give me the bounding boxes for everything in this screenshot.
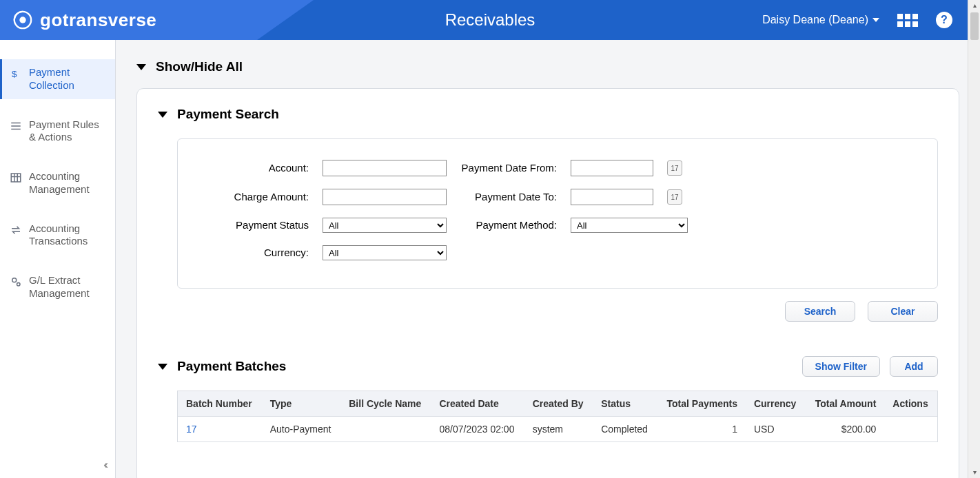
scroll-thumb[interactable] [970,12,979,40]
payment-batches-title: Payment Batches [177,359,286,374]
currency-select[interactable]: All [323,245,447,260]
col-actions[interactable]: Actions [884,391,937,417]
payment-status-select[interactable]: All [323,218,447,233]
svg-rect-3 [11,122,21,123]
batch-number-link[interactable]: 17 [186,424,197,435]
apps-grid-icon[interactable] [897,14,918,27]
svg-rect-6 [11,174,21,182]
svg-point-10 [12,278,17,282]
user-display: Daisy Deane (Deane) [762,14,868,26]
col-type[interactable]: Type [262,391,341,417]
payment-date-to-label: Payment Date To: [460,191,557,202]
brand[interactable]: gotransverse [0,0,314,40]
calendar-icon[interactable]: 17 [667,160,682,176]
payment-search-title: Payment Search [177,107,279,122]
sidebar-item-accounting-management[interactable]: Accounting Management [0,163,115,203]
cell-created-by: system [524,417,593,442]
show-hide-all-label: Show/Hide All [156,59,243,74]
sidebar-item-label: Payment Rules & Actions [29,118,107,145]
cell-actions[interactable] [884,417,937,442]
cell-bill-cycle-name [340,417,431,442]
search-button-row: Search Clear [177,301,938,322]
payment-date-from-input[interactable] [571,160,653,176]
col-total-payments[interactable]: Total Payments [657,391,746,417]
cell-status: Completed [593,417,657,442]
payment-batches-header[interactable]: Payment Batches [158,359,286,374]
svg-rect-4 [11,125,21,127]
payment-search-header[interactable]: Payment Search [158,107,938,122]
brand-area: gotransverse [0,0,314,40]
chevron-down-icon [872,18,879,22]
charge-amount-label: Charge Amount: [205,191,309,202]
col-currency[interactable]: Currency [746,391,806,417]
brand-logo-icon [12,10,33,30]
clear-button[interactable]: Clear [868,301,938,322]
swap-icon [10,224,22,236]
svg-rect-5 [11,128,21,129]
sidebar-item-gl-extract[interactable]: G/L Extract Management [0,267,115,307]
payment-date-from-label: Payment Date From: [460,162,557,174]
scroll-down-icon[interactable]: ▾ [970,468,979,477]
payment-method-select[interactable]: All [571,218,688,233]
col-status[interactable]: Status [593,391,657,417]
sidebar-item-payment-rules[interactable]: Payment Rules & Actions [0,112,115,152]
user-menu[interactable]: Daisy Deane (Deane) [762,14,879,26]
collapse-sidebar-icon[interactable]: ‹‹ [103,459,105,471]
svg-point-11 [17,283,21,287]
search-button[interactable]: Search [785,301,855,322]
payment-batches-table: Batch Number Type Bill Cycle Name Create… [177,391,938,442]
content: Show/Hide All Payment Search Account: Pa… [116,40,980,478]
cell-type: Auto-Payment [262,417,341,442]
sidebar: $ Payment Collection Payment Rules & Act… [0,40,116,478]
scroll-up-icon[interactable]: ▴ [970,1,979,10]
cell-total-amount: $200.00 [806,417,885,442]
cell-total-payments: 1 [657,417,746,442]
account-label: Account: [205,162,309,174]
sidebar-item-payment-collection[interactable]: $ Payment Collection [0,59,115,99]
sidebar-item-label: Accounting Transactions [29,222,107,249]
col-created-by[interactable]: Created By [524,391,593,417]
gears-icon [10,276,22,288]
brand-name: gotransverse [40,10,156,31]
svg-text:$: $ [12,69,17,79]
cell-created-date: 08/07/2023 02:00 [431,417,524,442]
sidebar-item-accounting-transactions[interactable]: Accounting Transactions [0,216,115,256]
add-button[interactable]: Add [890,356,938,377]
payment-batches-section: Payment Batches Show Filter Add Batch Nu… [158,356,938,442]
payment-status-label: Payment Status [205,219,309,231]
payment-date-to-input[interactable] [571,189,653,205]
table-header-row: Batch Number Type Bill Cycle Name Create… [178,391,938,417]
col-batch-number[interactable]: Batch Number [178,391,262,417]
calendar-icon[interactable]: 17 [667,189,682,205]
currency-label: Currency: [205,247,309,258]
list-icon [10,120,22,132]
window-scrollbar[interactable]: ▴ ▾ [968,0,980,478]
payment-method-label: Payment Method: [460,219,557,231]
topbar: gotransverse Receivables Daisy Deane (De… [0,0,980,40]
collapse-triangle-icon[interactable] [136,64,146,70]
col-created-date[interactable]: Created Date [431,391,524,417]
charge-amount-input[interactable] [323,189,447,205]
table-row[interactable]: 17 Auto-Payment 08/07/2023 02:00 system … [178,417,938,442]
svg-point-1 [19,17,25,23]
sidebar-item-label: G/L Extract Management [29,274,107,300]
payment-search-filter-box: Account: Payment Date From: 17 Charge Am… [177,138,938,289]
sidebar-item-label: Payment Collection [29,66,107,92]
col-bill-cycle-name[interactable]: Bill Cycle Name [340,391,431,417]
dollar-icon: $ [10,67,22,80]
panel: Payment Search Account: Payment Date Fro… [136,88,959,478]
show-hide-all-header[interactable]: Show/Hide All [136,59,959,74]
collapse-triangle-icon[interactable] [158,112,167,118]
main: $ Payment Collection Payment Rules & Act… [0,40,980,478]
col-total-amount[interactable]: Total Amount [806,391,885,417]
help-icon[interactable]: ? [936,12,952,28]
sidebar-item-label: Accounting Management [29,170,107,196]
collapse-triangle-icon[interactable] [158,364,167,370]
account-input[interactable] [323,160,447,176]
cell-currency: USD [746,417,806,442]
payment-search-section: Payment Search Account: Payment Date Fro… [158,107,938,322]
show-filter-button[interactable]: Show Filter [802,356,880,377]
page-title: Receivables [445,10,535,30]
topbar-right: Daisy Deane (Deane) ? [762,12,952,28]
table-icon [10,172,22,184]
